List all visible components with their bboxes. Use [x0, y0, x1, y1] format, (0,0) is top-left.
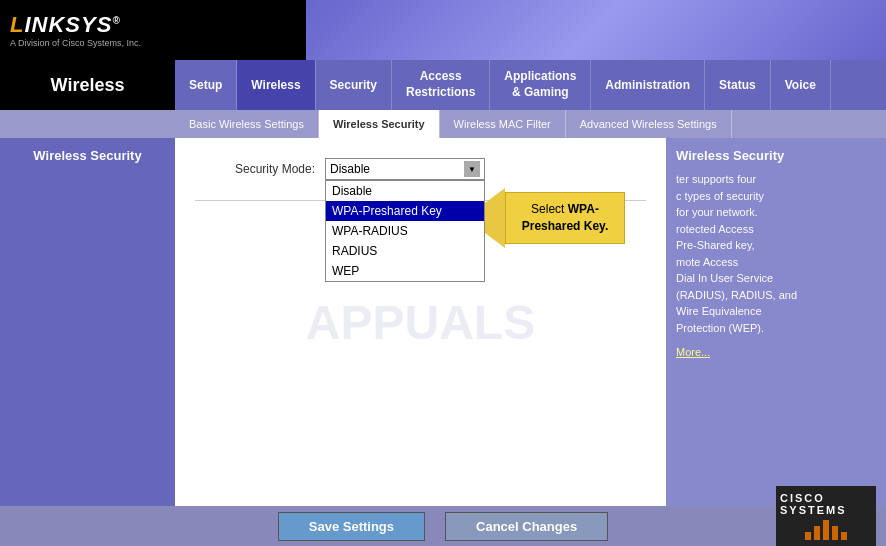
option-radius[interactable]: RADIUS — [326, 241, 484, 261]
security-mode-row: Security Mode: Disable ▼ Disable WPA-Pre… — [195, 158, 646, 180]
linksys-logo: LINKSYS® — [10, 12, 141, 38]
cisco-bars-icon — [805, 520, 847, 540]
option-disable[interactable]: Disable — [326, 181, 484, 201]
bar3 — [823, 520, 829, 540]
subnav-basic-wireless[interactable]: Basic Wireless Settings — [175, 110, 319, 138]
security-mode-control: Disable ▼ Disable WPA-Preshared Key WPA-… — [325, 158, 485, 180]
bar5 — [841, 532, 847, 540]
dropdown-button[interactable]: Disable ▼ — [325, 158, 485, 180]
security-mode-dropdown[interactable]: Disable ▼ Disable WPA-Preshared Key WPA-… — [325, 158, 485, 180]
bar1 — [805, 532, 811, 540]
security-mode-label: Security Mode: — [195, 158, 325, 176]
logo-subtitle: A Division of Cisco Systems, Inc. — [10, 38, 141, 48]
nav-tab-administration[interactable]: Administration — [591, 60, 705, 110]
navbar: Wireless Setup Wireless Security AccessR… — [0, 60, 886, 110]
header-bar — [306, 0, 886, 60]
option-wpa-preshared[interactable]: WPA-Preshared Key — [326, 201, 484, 221]
option-wpa-radius[interactable]: WPA-RADIUS — [326, 221, 484, 241]
logo-area: LINKSYS® A Division of Cisco Systems, In… — [10, 12, 141, 48]
subnav: Basic Wireless Settings Wireless Securit… — [0, 110, 886, 138]
dropdown-arrow-icon: ▼ — [464, 161, 480, 177]
right-panel-title: Wireless Security — [676, 148, 876, 163]
option-wep[interactable]: WEP — [326, 261, 484, 281]
left-panel-title: Wireless Security — [33, 148, 141, 163]
subnav-advanced[interactable]: Advanced Wireless Settings — [566, 110, 732, 138]
main-content: Wireless Security APPUALS Security Mode:… — [0, 138, 886, 506]
bar4 — [832, 526, 838, 540]
more-link[interactable]: More... — [676, 346, 876, 358]
nav-tab-access-restrictions[interactable]: AccessRestrictions — [392, 60, 490, 110]
dropdown-selected-value: Disable — [330, 162, 370, 176]
center-panel: APPUALS Security Mode: Disable ▼ Disable… — [175, 138, 666, 506]
cancel-changes-button[interactable]: Cancel Changes — [445, 512, 608, 541]
nav-tab-voice[interactable]: Voice — [771, 60, 831, 110]
subnav-wireless-security[interactable]: Wireless Security — [319, 110, 440, 138]
callout-container: Select WPA-Preshared Key. — [465, 188, 625, 248]
nav-tab-wireless[interactable]: Wireless — [237, 60, 315, 110]
subnav-mac-filter[interactable]: Wireless MAC Filter — [440, 110, 566, 138]
bar2 — [814, 526, 820, 540]
right-panel: Wireless Security ter supports four c ty… — [666, 138, 886, 506]
header: LINKSYS® A Division of Cisco Systems, In… — [0, 0, 886, 60]
nav-tab-setup[interactable]: Setup — [175, 60, 237, 110]
footer: Save Settings Cancel Changes CISCO SYSTE… — [0, 506, 886, 546]
save-settings-button[interactable]: Save Settings — [278, 512, 425, 541]
nav-tab-security[interactable]: Security — [316, 60, 392, 110]
page-title-area: Wireless — [0, 60, 175, 110]
cisco-logo-text: CISCO SYSTEMS — [780, 492, 872, 516]
watermark: APPUALS — [306, 295, 535, 350]
nav-tab-applications-gaming[interactable]: Applications& Gaming — [490, 60, 591, 110]
dropdown-list: Disable WPA-Preshared Key WPA-RADIUS RAD… — [325, 180, 485, 282]
right-panel-content: ter supports four c types of security fo… — [676, 171, 876, 336]
page-title: Wireless — [51, 75, 125, 96]
callout-box: Select WPA-Preshared Key. — [505, 192, 625, 244]
nav-tabs: Setup Wireless Security AccessRestrictio… — [175, 60, 886, 110]
cisco-logo: CISCO SYSTEMS — [776, 486, 876, 546]
left-panel: Wireless Security — [0, 138, 175, 506]
nav-tab-status[interactable]: Status — [705, 60, 771, 110]
